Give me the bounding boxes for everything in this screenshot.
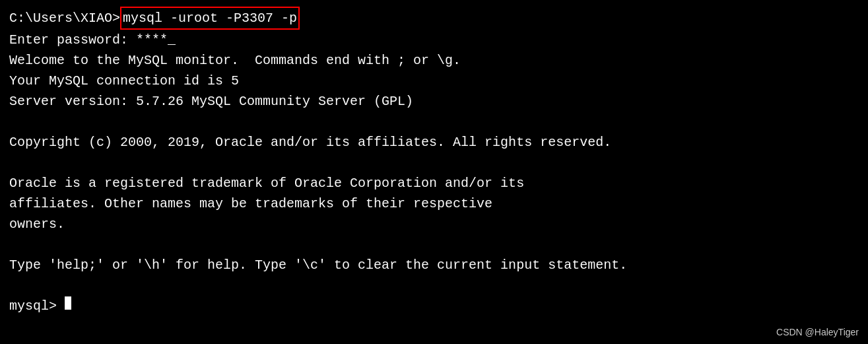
oracle-trademark-text2: affiliates. Other names may be trademark… (9, 193, 492, 214)
oracle-trademark-line1: Oracle is a registered trademark of Orac… (9, 173, 859, 193)
oracle-trademark-line3: owners. (9, 214, 859, 234)
watermark: CSDN @HaleyTiger (776, 327, 859, 337)
terminal-window: C:\Users\XIAO>mysql -uroot -P3307 -p Ent… (0, 0, 868, 344)
command-line: C:\Users\XIAO>mysql -uroot -P3307 -p (9, 7, 859, 30)
copyright-line: Copyright (c) 2000, 2019, Oracle and/or … (9, 132, 859, 153)
oracle-trademark-text1: Oracle is a registered trademark of Orac… (9, 173, 524, 193)
blank-line-3 (9, 234, 859, 255)
copyright-text: Copyright (c) 2000, 2019, Oracle and/or … (9, 132, 611, 153)
welcome-line: Welcome to the MySQL monitor. Commands e… (9, 50, 859, 71)
mysql-prompt-line[interactable]: mysql> (9, 296, 859, 316)
command-highlighted: mysql -uroot -P3307 -p (120, 7, 300, 30)
password-line: Enter password: ****_ (9, 30, 859, 50)
connection-id-text: Your MySQL connection id is 5 (9, 71, 239, 91)
help-line: Type 'help;' or '\h' for help. Type '\c'… (9, 255, 859, 275)
welcome-text: Welcome to the MySQL monitor. Commands e… (9, 50, 461, 71)
oracle-trademark-line2: affiliates. Other names may be trademark… (9, 193, 859, 214)
server-version-line: Server version: 5.7.26 MySQL Community S… (9, 91, 859, 112)
mysql-prompt-text: mysql> (9, 296, 65, 316)
oracle-trademark-text3: owners. (9, 214, 65, 234)
server-version-text: Server version: 5.7.26 MySQL Community S… (9, 91, 413, 112)
password-text: Enter password: ****_ (9, 30, 176, 50)
blank-line-1 (9, 112, 859, 132)
connection-id-line: Your MySQL connection id is 5 (9, 71, 859, 91)
cursor-block (65, 296, 71, 310)
help-text: Type 'help;' or '\h' for help. Type '\c'… (9, 255, 627, 275)
prompt-prefix: C:\Users\XIAO> (9, 8, 120, 28)
blank-line-2 (9, 153, 859, 173)
blank-line-4 (9, 275, 859, 296)
